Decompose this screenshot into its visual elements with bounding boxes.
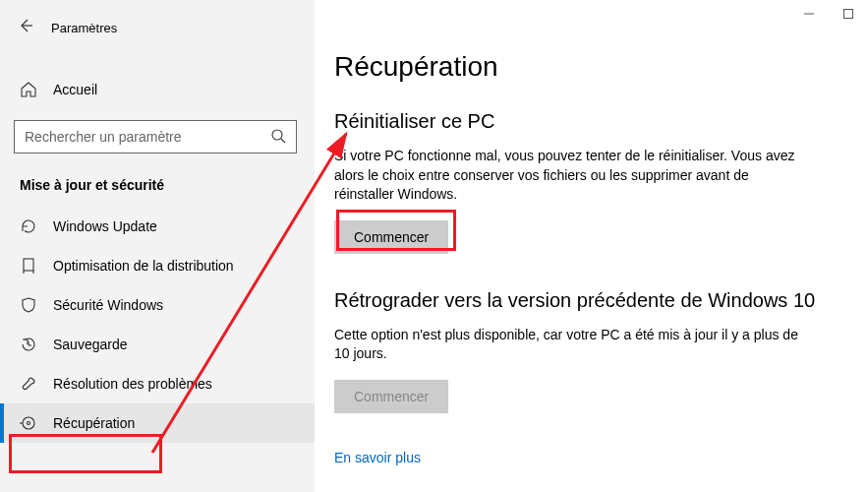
reset-title: Réinitialiser ce PC bbox=[334, 110, 839, 133]
settings-title: Paramètres bbox=[51, 21, 117, 35]
sidebar-item-home[interactable]: Accueil bbox=[0, 71, 315, 108]
svg-point-7 bbox=[23, 417, 34, 429]
svg-point-8 bbox=[28, 422, 30, 425]
sidebar-item-label: Accueil bbox=[53, 82, 97, 97]
search-box[interactable] bbox=[14, 120, 297, 154]
home-icon bbox=[20, 81, 37, 98]
page-title: Récupération bbox=[334, 51, 839, 83]
recovery-icon bbox=[20, 414, 37, 432]
svg-rect-2 bbox=[24, 259, 33, 271]
sidebar-item-troubleshoot[interactable]: Résolution des problèmes bbox=[0, 364, 315, 403]
sidebar-item-label: Résolution des problèmes bbox=[53, 376, 212, 392]
sidebar-item-windows-update[interactable]: Windows Update bbox=[0, 207, 315, 246]
svg-line-1 bbox=[281, 139, 285, 143]
sidebar-item-windows-security[interactable]: Sécurité Windows bbox=[0, 285, 315, 325]
reset-description: Si votre PC fonctionne mal, vous pouvez … bbox=[334, 147, 806, 205]
search-icon bbox=[270, 128, 286, 147]
delivery-icon bbox=[20, 257, 37, 275]
rollback-start-button: Commencer bbox=[334, 380, 448, 413]
sidebar-item-label: Sauvegarde bbox=[53, 337, 128, 352]
back-icon[interactable] bbox=[18, 18, 33, 37]
svg-point-0 bbox=[272, 130, 282, 140]
wrench-icon bbox=[20, 375, 37, 393]
backup-icon bbox=[20, 336, 37, 353]
shield-icon bbox=[20, 296, 37, 314]
sidebar-item-label: Récupération bbox=[53, 415, 135, 431]
minimize-icon[interactable] bbox=[803, 8, 815, 23]
reset-pc-section: Réinitialiser ce PC Si votre PC fonction… bbox=[334, 110, 839, 254]
update-icon bbox=[20, 217, 37, 235]
search-input[interactable] bbox=[25, 129, 270, 145]
sidebar: Paramètres Accueil Mise à jour et sécuri… bbox=[0, 0, 315, 492]
sidebar-item-backup[interactable]: Sauvegarde bbox=[0, 325, 315, 364]
sidebar-item-recovery[interactable]: Récupération bbox=[0, 403, 315, 443]
maximize-icon[interactable] bbox=[842, 8, 854, 23]
sidebar-header: Paramètres bbox=[0, 10, 315, 45]
reset-start-button[interactable]: Commencer bbox=[334, 220, 448, 254]
rollback-title: Rétrograder vers la version précédente d… bbox=[334, 289, 839, 312]
content-area: Récupération Réinitialiser ce PC Si votr… bbox=[334, 0, 868, 492]
sidebar-item-label: Optimisation de la distribution bbox=[53, 258, 234, 274]
sidebar-item-delivery-optimization[interactable]: Optimisation de la distribution bbox=[0, 246, 315, 285]
rollback-description: Cette option n'est plus disponible, car … bbox=[334, 326, 806, 364]
sidebar-item-label: Sécurité Windows bbox=[53, 297, 163, 313]
svg-rect-10 bbox=[844, 10, 853, 19]
sidebar-item-label: Windows Update bbox=[53, 218, 157, 234]
rollback-section: Rétrograder vers la version précédente d… bbox=[334, 289, 839, 413]
window-controls bbox=[803, 8, 854, 23]
learn-more-link[interactable]: En savoir plus bbox=[334, 450, 421, 465]
sidebar-section-heading: Mise à jour et sécurité bbox=[0, 154, 315, 207]
